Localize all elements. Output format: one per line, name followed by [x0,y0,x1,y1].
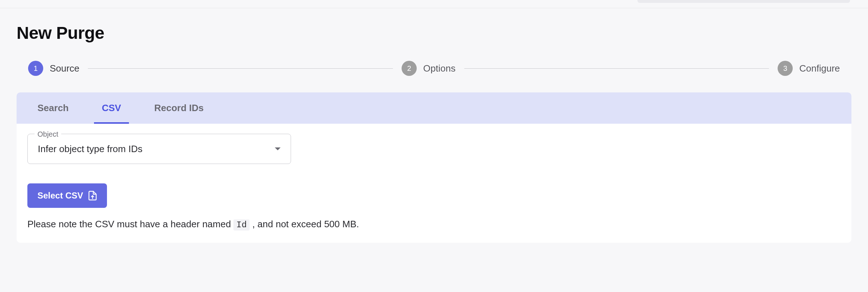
tab-csv[interactable]: CSV [94,92,129,124]
tab-record-ids[interactable]: Record IDs [146,92,211,124]
chevron-down-icon [275,147,281,150]
step-label-source: Source [50,63,79,74]
upload-file-icon [88,191,97,201]
step-number-1: 1 [28,61,43,76]
step-source[interactable]: 1 Source [28,61,79,76]
step-connector [88,68,393,69]
page-title: New Purge [17,23,851,43]
stepper: 1 Source 2 Options 3 Configure [17,61,851,76]
select-csv-button-label: Select CSV [37,191,83,201]
select-csv-button[interactable]: Select CSV [27,183,107,208]
helper-code: Id [233,219,250,231]
step-connector [464,68,769,69]
tab-search[interactable]: Search [30,92,77,124]
object-select-wrap: Object Infer object type from IDs [27,134,291,164]
source-card: Search CSV Record IDs Object Infer objec… [17,92,851,243]
top-border-line [0,8,868,8]
step-number-2: 2 [402,61,417,76]
card-body: Object Infer object type from IDs Select… [17,124,851,243]
step-label-configure: Configure [799,63,840,74]
source-tabs: Search CSV Record IDs [17,92,851,124]
object-select[interactable]: Infer object type from IDs [27,134,291,164]
top-bar-fragment [637,0,850,3]
helper-prefix: Please note the CSV must have a header n… [27,219,233,229]
helper-suffix: , and not exceed 500 MB. [250,219,359,229]
object-select-label: Object [35,130,61,138]
step-number-3: 3 [778,61,793,76]
csv-helper-text: Please note the CSV must have a header n… [27,219,841,230]
step-configure[interactable]: 3 Configure [778,61,840,76]
step-options[interactable]: 2 Options [402,61,456,76]
step-label-options: Options [423,63,456,74]
object-select-value: Infer object type from IDs [38,143,142,155]
